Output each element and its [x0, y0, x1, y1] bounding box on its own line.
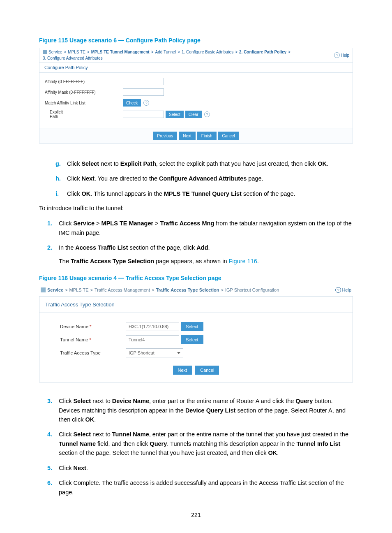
help-link[interactable]: ? Help [335, 287, 351, 293]
tunnel-name-label: Tunnel Name* [44, 337, 126, 342]
affinity-mask-input[interactable] [123, 88, 164, 96]
cancel-button[interactable]: Cancel [218, 132, 239, 140]
tunnel-name-input[interactable] [126, 335, 179, 344]
traffic-type-select[interactable]: IGP Shortcut [126, 348, 183, 357]
help-icon[interactable]: ? [204, 111, 210, 117]
breadcrumb-step3[interactable]: 3. Configure Advanced Attributes [43, 56, 103, 60]
finish-button[interactable]: Finish [197, 132, 217, 140]
affinity-mask-label: Affinity Mask (0-FFFFFFFF) [41, 90, 123, 95]
breadcrumb-row: Service > MPLS TE > MPLS TE Tunnel Manag… [39, 48, 353, 63]
match-link-label: Match Affinity Link List [41, 101, 123, 105]
next-button[interactable]: Next [173, 366, 192, 375]
breadcrumb-mplste[interactable]: MPLS TE [69, 287, 89, 292]
help-icon: ? [334, 52, 340, 58]
breadcrumb-step1[interactable]: 1. Configure Basic Attributes [182, 50, 233, 54]
intro-line: To introduce traffic to the tunnel: [39, 204, 353, 213]
select-device-button[interactable]: Select [181, 322, 203, 331]
figure-116-panel: Service > MPLS TE > Traffic Access Manag… [39, 285, 353, 382]
help-icon[interactable]: ? [143, 100, 149, 106]
figure-115-caption: Figure 115 Usage scenario 6 — Configure … [39, 37, 353, 44]
select-button[interactable]: Select [166, 111, 184, 118]
previous-button[interactable]: Previous [153, 132, 177, 140]
breadcrumb-tunnel-mgmt[interactable]: MPLS TE Tunnel Management [91, 50, 150, 54]
step-5: 5. Click Next. [47, 463, 353, 473]
explicit-path-input[interactable] [123, 111, 164, 118]
figure-116-link[interactable]: Figure 116 [228, 258, 257, 264]
service-icon [43, 50, 47, 54]
breadcrumb-step2[interactable]: 2. Configure Path Policy [239, 50, 286, 54]
wizard-button-bar: Previous Next Finish Cancel [39, 128, 353, 143]
step-1: 1. Click Service > MPLS TE Manager > Tra… [47, 219, 353, 237]
step-3: 3. Click Select next to Device Name, ent… [47, 396, 353, 424]
breadcrumb-service[interactable]: Service [47, 287, 63, 292]
panel-title: Configure Path Policy [39, 63, 353, 73]
step-4: 4. Click Select next to Tunnel Name, ent… [47, 430, 353, 457]
check-button[interactable]: Check [123, 99, 141, 107]
figure-115-panel: Service > MPLS TE > MPLS TE Tunnel Manag… [39, 48, 353, 144]
figure-116-caption: Figure 116 Usage scenario 4 — Traffic Ac… [39, 275, 353, 281]
affinity-input[interactable] [123, 78, 164, 85]
breadcrumb-mplste[interactable]: MPLS TE [68, 50, 85, 54]
page-number: 221 [39, 512, 353, 518]
step-g: g. Click Select next to Explicit Path, s… [55, 159, 353, 168]
next-button[interactable]: Next [179, 132, 196, 140]
step-h: h. Click Next. You are directed to the C… [55, 174, 353, 183]
step-i: i. Click OK. This tunnel appears in the … [55, 189, 353, 198]
service-icon [41, 287, 46, 292]
panel-title: Traffic Access Type Selection [39, 297, 353, 313]
breadcrumb-116: Service > MPLS TE > Traffic Access Manag… [39, 285, 353, 296]
breadcrumb-sep: > [64, 50, 66, 54]
breadcrumb-add-tunnel[interactable]: Add Tunnel [155, 50, 176, 54]
device-name-input[interactable] [126, 322, 179, 331]
help-link[interactable]: ? Help [332, 52, 349, 58]
help-icon: ? [335, 287, 341, 293]
traffic-type-label: Traffic Access Type [44, 350, 126, 355]
breadcrumb-igp[interactable]: IGP Shortcut Configuration [225, 287, 279, 292]
breadcrumb-tats[interactable]: Traffic Access Type Selection [156, 287, 219, 292]
chevron-down-icon [177, 352, 180, 354]
device-name-label: Device Name* [44, 324, 126, 329]
step-2: 2. In the Access Traffic List section of… [47, 243, 353, 266]
affinity-label: Affinity (0-FFFFFFFF) [41, 79, 123, 84]
explicit-path-label: Explicit Path [41, 110, 123, 119]
cancel-button[interactable]: Cancel [195, 366, 219, 375]
breadcrumb-tam[interactable]: Traffic Access Management [95, 287, 150, 292]
breadcrumb-service[interactable]: Service [48, 50, 62, 54]
step-6: 6. Click Complete. The traffic access is… [47, 478, 353, 497]
clear-button[interactable]: Clear [185, 111, 202, 118]
select-tunnel-button[interactable]: Select [181, 335, 203, 344]
